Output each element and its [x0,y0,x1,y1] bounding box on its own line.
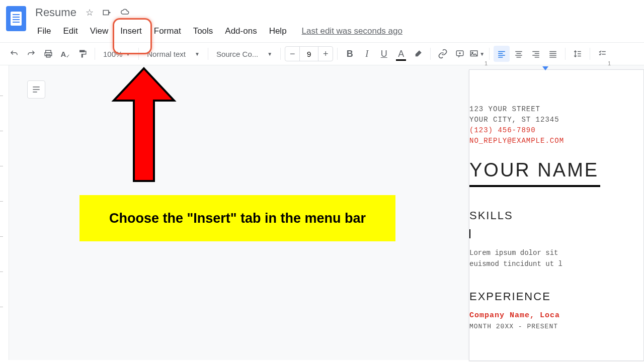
line-spacing-button[interactable] [570,46,586,62]
undo-button[interactable] [6,46,22,62]
annotation-arrow-icon [104,65,184,186]
add-comment-button[interactable] [452,46,468,62]
separator [337,48,338,60]
zoom-select[interactable]: 100%▼ [99,48,134,60]
separator [280,48,281,60]
menu-tools[interactable]: Tools [188,23,218,39]
underline-button[interactable]: U [376,46,392,62]
resume-city: YOUR CITY, ST 12345 [469,115,643,125]
menu-edit[interactable]: Edit [58,23,83,39]
font-select[interactable]: Source Co...▼ [212,48,276,60]
document-outline-button[interactable] [27,80,45,99]
paint-format-button[interactable] [74,46,91,62]
bold-button[interactable]: B [342,46,358,62]
font-size-group: − + [285,46,333,61]
ruler-margin-marker[interactable] [542,66,548,70]
align-justify-button[interactable] [545,46,561,62]
resume-name-heading: YOUR NAME [469,159,643,181]
menu-bar: File Edit View Insert Format Tools Add-o… [32,22,638,40]
cloud-status-icon[interactable] [120,8,131,17]
resume-company: Company Name, Loca [469,311,643,320]
print-button[interactable] [40,46,56,62]
separator [208,48,208,60]
align-right-button[interactable] [528,46,544,62]
separator [565,48,566,60]
toolbar: A✓ 100%▼ Normal text▼ Source Co...▼ − + … [0,42,644,65]
paragraph-style-select[interactable]: Normal text▼ [143,48,204,60]
resume-name-underline [469,185,600,187]
resume-email: NO_REPLY@EXAMPLE.COM [469,136,643,146]
menu-insert[interactable]: Insert [115,23,147,39]
menu-help[interactable]: Help [264,23,292,39]
separator [138,48,139,60]
align-center-button[interactable] [511,46,527,62]
separator [489,48,490,60]
separator [430,48,431,60]
align-left-button[interactable] [494,46,510,62]
resume-phone: (123) 456-7890 [469,125,643,136]
docs-logo[interactable] [6,6,26,31]
app-header: Resume ☆ File Edit View Insert Format To… [0,0,644,40]
last-edit-link[interactable]: Last edit was seconds ago [302,26,403,36]
menu-addons[interactable]: Add-ons [220,23,262,39]
redo-button[interactable] [23,46,39,62]
menu-format[interactable]: Format [149,23,186,39]
document-canvas: 1 1 Choose the "Insert" tab in the menu … [0,65,644,360]
separator [590,48,590,60]
increase-font-button[interactable]: + [318,47,333,61]
decrease-font-button[interactable]: − [285,47,299,61]
highlight-button[interactable] [410,46,426,62]
ruler-number: 1 [608,60,611,66]
resume-street: 123 YOUR STREET [469,104,643,115]
svg-marker-6 [114,68,174,181]
move-icon[interactable] [102,8,112,17]
italic-button[interactable]: I [359,46,375,62]
menu-file[interactable]: File [32,23,56,39]
vertical-ruler [0,65,9,360]
insert-link-button[interactable] [435,46,451,62]
checklist-button[interactable] [594,46,610,62]
text-color-button[interactable]: A [393,46,409,62]
star-icon[interactable]: ☆ [86,7,94,18]
annotation-callout: Choose the "Insert" tab in the menu bar [79,195,395,241]
resume-dates: MONTH 20XX - PRESENT [469,323,643,330]
resume-experience-heading: EXPERIENCE [469,290,643,303]
document-title[interactable]: Resume [32,5,79,20]
menu-view[interactable]: View [85,23,114,39]
separator [95,48,95,60]
ruler-number: 1 [485,60,488,66]
resume-lorem-line: euismod tincidunt ut l [469,258,643,269]
font-size-input[interactable] [299,47,318,61]
spellcheck-button[interactable]: A✓ [57,46,73,62]
resume-skills-heading: SKILLS [469,209,643,222]
document-page[interactable]: 123 YOUR STREET YOUR CITY, ST 12345 (123… [469,69,644,361]
resume-lorem-line: Lorem ipsum dolor sit [469,247,643,258]
insert-image-button[interactable]: ▼ [469,46,485,62]
text-cursor [469,229,470,238]
